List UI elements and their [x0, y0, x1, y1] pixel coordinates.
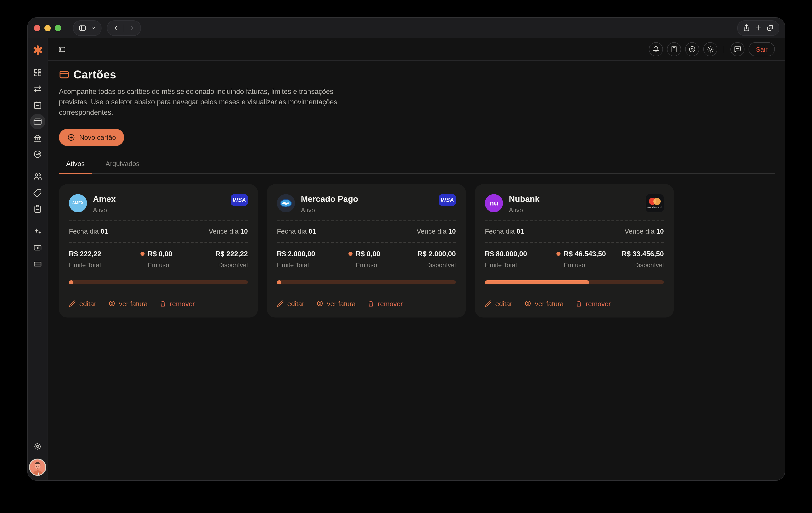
history-nav-pill [107, 20, 141, 35]
theme-toggle-button[interactable] [703, 42, 717, 56]
trash-icon [368, 300, 374, 307]
tab-bar: Ativos Arquivados [59, 160, 775, 174]
panel-toggle-icon [58, 45, 66, 53]
gear-icon [33, 442, 42, 451]
card-header: AMEX Amex Ativo VISA [69, 194, 248, 214]
fullscreen-window-button[interactable] [55, 25, 61, 31]
new-tab-button[interactable] [754, 24, 762, 32]
target-icon [108, 300, 115, 307]
edit-card-button[interactable]: editar [277, 300, 304, 307]
dashboard-icon [33, 68, 42, 77]
remove-card-button[interactable]: remover [368, 300, 403, 307]
plus-icon [754, 24, 762, 32]
feedback-button[interactable] [730, 42, 745, 56]
app-window: Sair Cartões Acompanhe todas [27, 17, 785, 481]
users-icon [33, 172, 42, 181]
wallet-icon [33, 260, 42, 269]
sidebar-item-performance[interactable] [28, 146, 48, 162]
sidebar-bottom [28, 439, 48, 476]
tag-icon [33, 188, 42, 197]
sidebar-item-clipboard[interactable] [28, 201, 48, 217]
usage-progressbar [485, 280, 664, 285]
usage-progress-fill [485, 280, 589, 285]
card-mercado-pago: Mercado Pago Ativo VISA Fecha dia01 [267, 184, 466, 318]
trend-circle-icon [33, 150, 42, 159]
tab-ativos[interactable]: Ativos [59, 160, 92, 173]
share-button[interactable] [743, 24, 750, 32]
sidebar-item-cards[interactable] [28, 113, 48, 130]
dashed-divider [277, 242, 456, 243]
back-button[interactable] [112, 24, 120, 31]
closing-day: Fecha dia01 [69, 227, 108, 235]
collapse-sidebar-button[interactable] [58, 45, 66, 53]
edit-card-button[interactable]: editar [69, 300, 96, 307]
closing-day: Fecha dia01 [277, 227, 316, 235]
sidebar-item-tags[interactable] [28, 185, 48, 201]
sidebar-item-settings[interactable] [28, 439, 48, 455]
view-invoice-button[interactable]: ver fatura [108, 300, 148, 307]
window-controls [34, 25, 61, 31]
sidebar-item-users[interactable] [28, 168, 48, 185]
nubank-avatar: nu [485, 194, 503, 212]
notifications-button[interactable] [649, 42, 663, 56]
chevron-right-icon [128, 24, 136, 31]
chat-icon [734, 45, 741, 53]
available: R$ 33.456,50 Disponível [610, 250, 664, 269]
sidebar-item-calendar[interactable] [28, 97, 48, 113]
app-logo-asterisk-icon [32, 45, 43, 55]
sidebar-item-wallet[interactable] [28, 256, 48, 272]
visa-badge: VISA [231, 194, 248, 206]
pencil-icon [69, 300, 76, 307]
sidebar-item-bank[interactable] [28, 130, 48, 146]
mercado-pago-avatar [277, 194, 295, 212]
sidebar-item-dashboard[interactable] [28, 64, 48, 81]
sidebar-toggle-pill [73, 20, 102, 35]
sidebar-item-transactions[interactable] [28, 81, 48, 97]
panel-left-icon [78, 24, 87, 32]
visa-badge: VISA [439, 194, 456, 206]
logout-button[interactable]: Sair [749, 42, 775, 56]
dashed-divider [485, 242, 664, 243]
dashed-divider [277, 220, 456, 221]
close-window-button[interactable] [34, 25, 40, 31]
usage-progress-fill [277, 280, 281, 285]
toggle-sidebar-button[interactable] [78, 24, 87, 32]
usage-dot [348, 252, 352, 256]
divider [724, 46, 724, 53]
sparkles-icon [33, 227, 42, 236]
limit-total: R$ 80.000,00 Limite Total [485, 250, 556, 269]
sidebar-item-ai[interactable] [28, 223, 48, 240]
calculator-button[interactable] [667, 42, 681, 56]
titlebar-dropdown-button[interactable] [91, 25, 96, 31]
edit-card-button[interactable]: editar [485, 300, 512, 307]
screen: Sair Cartões Acompanhe todas [0, 0, 812, 513]
pencil-icon [277, 300, 284, 307]
remove-card-button[interactable]: remover [160, 300, 195, 307]
usage-dot [141, 252, 145, 256]
titlebar [28, 18, 785, 38]
trash-icon [160, 300, 166, 307]
sidebar-item-reports[interactable] [28, 240, 48, 256]
forward-button[interactable] [128, 24, 136, 31]
available: R$ 2.000,00 Disponível [402, 250, 456, 269]
report-chart-icon [33, 243, 42, 252]
new-card-button[interactable]: Novo cartão [59, 129, 124, 146]
card-status: Ativo [93, 206, 116, 214]
tab-arquivados[interactable]: Arquivados [98, 160, 147, 173]
pencil-icon [485, 300, 492, 307]
copy-icon [766, 24, 774, 32]
remove-card-button[interactable]: remover [576, 300, 611, 307]
minimize-window-button[interactable] [45, 25, 51, 31]
copy-tabs-button[interactable] [766, 24, 774, 32]
limit-total: R$ 222,22 Limite Total [69, 250, 141, 269]
profile-avatar[interactable] [29, 459, 46, 476]
card-status: Ativo [509, 206, 540, 214]
window-actions-pill [737, 20, 779, 35]
dashed-divider [69, 220, 248, 221]
view-invoice-button[interactable]: ver fatura [316, 300, 356, 307]
card-name: Amex [93, 194, 116, 204]
privacy-button[interactable] [685, 42, 699, 56]
view-invoice-button[interactable]: ver fatura [524, 300, 564, 307]
calendar-icon [33, 101, 42, 110]
target-icon [688, 45, 696, 53]
